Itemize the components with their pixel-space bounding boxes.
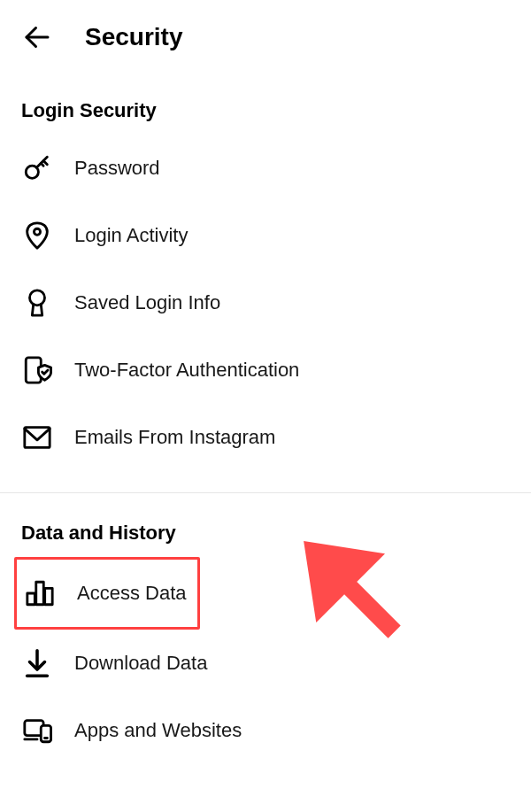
menu-label: Access Data [77,582,187,605]
menu-label: Download Data [74,652,207,675]
section-data-history: Data and History Access Data Download Da… [0,492,531,764]
menu-item-emails[interactable]: Emails From Instagram [21,404,510,471]
menu-item-saved-login-info[interactable]: Saved Login Info [21,269,510,336]
mail-icon [21,421,53,453]
key-icon [21,152,53,184]
section-header-data-history: Data and History [21,497,510,557]
svg-point-3 [30,290,45,305]
menu-item-apps-websites[interactable]: Apps and Websites [21,697,510,764]
menu-label: Password [74,157,160,180]
devices-icon [21,715,53,746]
shield-device-icon [21,354,53,386]
menu-item-login-activity[interactable]: Login Activity [21,202,510,269]
keyhole-icon [21,287,53,319]
back-arrow-icon [21,21,53,53]
menu-item-download-data[interactable]: Download Data [21,630,510,697]
menu-label: Two-Factor Authentication [74,359,299,382]
section-login-security: Login Security Password Login Activity [0,74,531,471]
menu-label: Login Activity [74,224,188,247]
menu-label: Saved Login Info [74,291,220,314]
svg-rect-8 [45,588,53,604]
location-pin-icon [21,220,53,251]
download-icon [21,647,53,679]
bar-chart-icon [24,577,56,609]
header-bar: Security [0,0,531,74]
menu-item-access-data[interactable]: Access Data [14,557,200,630]
menu-item-password[interactable]: Password [21,135,510,202]
menu-label: Emails From Instagram [74,426,275,449]
svg-rect-13 [41,725,50,741]
page-title: Security [85,23,183,51]
menu-item-two-factor[interactable]: Two-Factor Authentication [21,336,510,404]
section-header-login-security: Login Security [21,74,510,135]
menu-label: Apps and Websites [74,719,242,742]
back-button[interactable] [21,21,53,53]
svg-point-2 [34,228,40,235]
svg-rect-7 [36,582,44,605]
svg-rect-6 [27,593,35,605]
